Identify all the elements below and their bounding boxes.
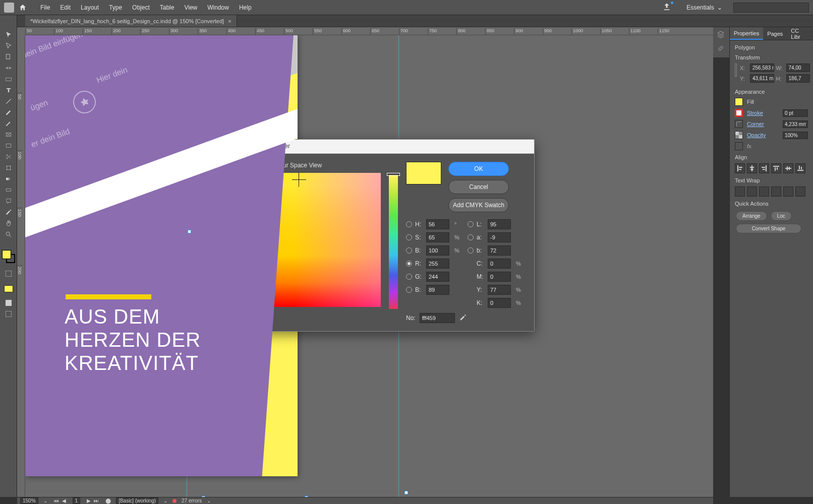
stroke-link[interactable]: Stroke [747, 110, 779, 116]
h-input[interactable] [426, 219, 449, 229]
selection-handle[interactable] [202, 496, 205, 497]
lab-b-input[interactable] [488, 245, 511, 256]
radio-l[interactable] [468, 221, 474, 227]
tab-cc-libraries[interactable]: CC Libr [787, 27, 813, 40]
stroke-swatch-picker[interactable] [735, 109, 743, 117]
search-input[interactable] [733, 3, 809, 13]
direct-selection-tool-icon[interactable] [2, 40, 16, 51]
radio-br[interactable] [406, 247, 412, 254]
page-nav[interactable]: ⏮◀ [52, 498, 68, 503]
menu-view[interactable]: View [179, 4, 202, 11]
page-number[interactable]: 1 [73, 497, 81, 504]
radio-lab-b[interactable] [468, 247, 474, 254]
align-top-icon[interactable] [771, 163, 781, 173]
stroke-weight-input[interactable] [783, 109, 808, 117]
document-tab[interactable]: *Wickelfalzflyer_DIN_lang_hoch_6 seitig_… [25, 15, 237, 27]
error-count[interactable]: 27 errors [182, 498, 202, 503]
page-tool-icon[interactable] [2, 51, 16, 62]
hex-input[interactable] [420, 313, 455, 323]
m-input[interactable] [488, 272, 511, 282]
menu-help[interactable]: Help [234, 4, 257, 11]
a-input[interactable] [488, 232, 511, 242]
radio-b[interactable] [406, 287, 412, 293]
arrange-button[interactable]: Arrange [736, 211, 767, 221]
k-input[interactable] [488, 298, 511, 308]
horizontal-ruler[interactable]: 5010015020025030035040045050055060065070… [25, 27, 713, 35]
corner-input[interactable] [783, 120, 808, 128]
gap-tool-icon[interactable] [2, 62, 16, 74]
wrap-bbox-icon[interactable] [747, 186, 757, 197]
l-input[interactable] [488, 219, 511, 229]
share-icon[interactable] [662, 3, 672, 13]
b-input[interactable] [426, 285, 449, 295]
colour-field-cursor[interactable] [295, 176, 303, 184]
fill-swatch[interactable] [2, 250, 11, 259]
eyedropper-icon[interactable] [459, 313, 468, 323]
s-input[interactable] [426, 232, 449, 242]
formatting-container-icon[interactable] [2, 268, 16, 279]
layers-panel-icon[interactable] [717, 30, 726, 39]
h-input[interactable]: 186,7 [786, 74, 810, 83]
workspace-switcher[interactable]: Essentials⌄ [681, 2, 727, 13]
pen-tool-icon[interactable] [2, 107, 16, 118]
add-cmyk-swatch-button[interactable]: Add CMYK Swatch [448, 198, 509, 212]
hand-tool-icon[interactable] [2, 218, 16, 229]
type-tool-icon[interactable] [2, 85, 16, 96]
eyedropper-tool-icon[interactable] [2, 207, 16, 218]
menu-table[interactable]: Table [155, 4, 180, 11]
page-nav-fwd[interactable]: ▶⏭ [85, 498, 100, 503]
gradient-swatch-tool-icon[interactable] [2, 173, 16, 184]
opacity-input[interactable] [783, 132, 808, 139]
preflight-profile[interactable]: [Basic] (working) [116, 497, 158, 504]
links-panel-icon[interactable] [717, 44, 726, 53]
scissors-tool-icon[interactable] [2, 151, 16, 162]
align-bottom-icon[interactable] [795, 163, 805, 173]
wrap-jump-icon[interactable] [771, 186, 781, 197]
menu-object[interactable]: Object [127, 4, 155, 11]
corner-icon[interactable] [735, 120, 743, 128]
reference-point-grid[interactable] [735, 64, 737, 77]
x-input[interactable]: 256,583 m [750, 64, 774, 72]
radio-g[interactable] [406, 274, 412, 280]
zoom-level[interactable]: 150% [20, 497, 38, 504]
vertical-ruler[interactable]: 50100150200 [17, 35, 25, 497]
effects-icon[interactable] [735, 142, 743, 150]
ok-button[interactable]: OK [448, 162, 509, 176]
cancel-button[interactable]: Cancel [448, 180, 509, 194]
rectangle-tool-icon[interactable] [2, 140, 16, 151]
convert-shape-button[interactable]: Convert Shape [736, 224, 801, 233]
align-hcenter-icon[interactable] [747, 163, 757, 173]
apply-color-swatch[interactable] [4, 285, 13, 292]
wrap-jump-next-icon[interactable] [783, 186, 793, 197]
y-input[interactable]: 43,611 mm [750, 74, 774, 83]
menu-window[interactable]: Window [202, 4, 234, 11]
c-input[interactable] [488, 259, 511, 269]
dialog-titlebar[interactable]: Colour Picker [248, 140, 534, 154]
home-icon[interactable] [17, 2, 28, 13]
selection-handle[interactable] [305, 496, 308, 497]
view-mode-normal-icon[interactable] [2, 297, 16, 308]
r-input[interactable] [426, 259, 449, 269]
menu-layout[interactable]: Layout [76, 4, 104, 11]
tab-pages[interactable]: Pages [763, 27, 787, 40]
wrap-shape-icon[interactable] [759, 186, 769, 197]
radio-a[interactable] [468, 234, 474, 240]
opacity-link[interactable]: Opacity [747, 132, 779, 138]
radio-h[interactable] [406, 221, 412, 227]
document-page[interactable]: dein Bild einfügen Hier dein ügen er dei… [25, 35, 298, 476]
opacity-icon[interactable] [735, 131, 743, 139]
wrap-invert-icon[interactable] [795, 186, 805, 197]
g-input[interactable] [426, 272, 449, 282]
tab-properties[interactable]: Properties [730, 27, 763, 40]
radio-s[interactable] [406, 234, 412, 240]
selection-handle[interactable] [404, 491, 408, 494]
zoom-tool-icon[interactable] [2, 229, 16, 240]
wrap-none-icon[interactable] [735, 186, 745, 197]
radio-r[interactable] [406, 261, 412, 267]
selection-handle[interactable] [188, 230, 191, 233]
menu-edit[interactable]: Edit [55, 4, 76, 11]
corner-link[interactable]: Corner [747, 121, 779, 127]
note-tool-icon[interactable] [2, 196, 16, 207]
content-collector-tool-icon[interactable] [2, 74, 16, 85]
selection-tool-icon[interactable] [2, 29, 16, 40]
